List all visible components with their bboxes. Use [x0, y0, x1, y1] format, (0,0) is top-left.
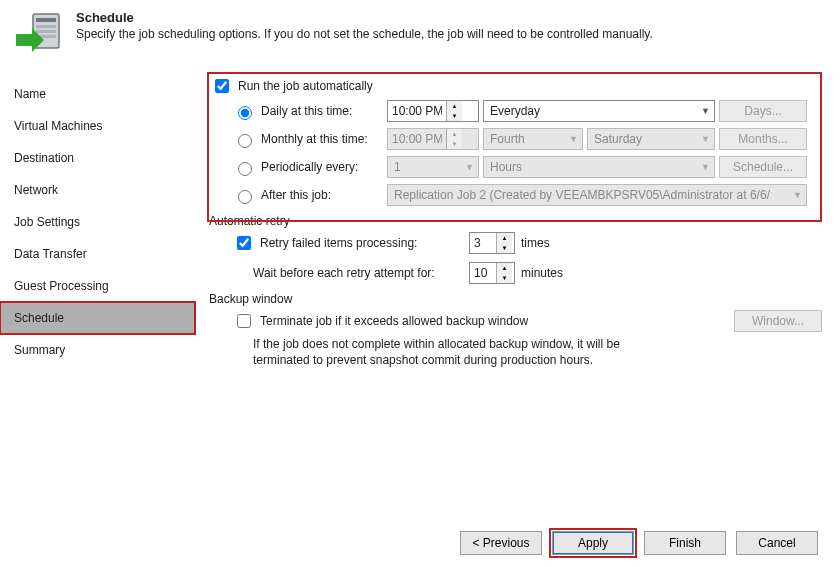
monthly-time-input	[388, 129, 446, 149]
retry-count-input[interactable]	[470, 233, 496, 253]
after-job-value: Replication Job 2 (Created by VEEAMBKPSR…	[394, 188, 770, 202]
sidebar-item-job-settings[interactable]: Job Settings	[0, 206, 195, 238]
window-button: Window...	[734, 310, 822, 332]
sidebar-item-destination[interactable]: Destination	[0, 142, 195, 174]
months-button: Months...	[719, 128, 807, 150]
spinner-up-icon: ▲	[447, 129, 462, 139]
monthly-dow-dropdown: Saturday ▼	[587, 128, 715, 150]
days-button[interactable]: Days...	[719, 100, 807, 122]
after-label: After this job:	[261, 188, 331, 202]
minutes-label: minutes	[521, 266, 822, 280]
window-section-label: Backup window	[209, 292, 822, 306]
monthly-dow-value: Saturday	[594, 132, 642, 146]
run-auto-label: Run the job automatically	[238, 79, 373, 93]
schedule-icon	[14, 10, 62, 58]
monthly-time-spinner: ▲ ▼	[387, 128, 479, 150]
terminate-checkbox[interactable]	[237, 314, 251, 328]
schedule-button: Schedule...	[719, 156, 807, 178]
daily-day-value: Everyday	[490, 104, 540, 118]
svg-rect-2	[36, 25, 56, 28]
retry-count-spinner[interactable]: ▲ ▼	[469, 232, 515, 254]
page-title: Schedule	[76, 10, 653, 25]
sidebar-item-schedule[interactable]: Schedule	[0, 302, 195, 334]
retry-label: Retry failed items processing:	[260, 236, 417, 250]
daily-day-dropdown[interactable]: Everyday ▼	[483, 100, 715, 122]
wait-min-spinner[interactable]: ▲ ▼	[469, 262, 515, 284]
retry-checkbox[interactable]	[237, 236, 251, 250]
sidebar-item-network[interactable]: Network	[0, 174, 195, 206]
periodic-value: 1	[394, 160, 401, 174]
spinner-down-icon[interactable]: ▼	[447, 111, 462, 121]
wizard-header: Schedule Specify the job scheduling opti…	[0, 0, 840, 64]
radio-periodic[interactable]	[238, 162, 252, 176]
sidebar-item-name[interactable]: Name	[0, 78, 195, 110]
chevron-down-icon: ▼	[701, 162, 710, 172]
page-subtitle: Specify the job scheduling options. If y…	[76, 27, 653, 41]
wait-min-input[interactable]	[470, 263, 496, 283]
sidebar-item-virtual-machines[interactable]: Virtual Machines	[0, 110, 195, 142]
chevron-down-icon: ▼	[701, 134, 710, 144]
daily-time-spinner[interactable]: ▲ ▼	[387, 100, 479, 122]
daily-label: Daily at this time:	[261, 104, 352, 118]
wizard-footer: < Previous Apply Finish Cancel	[460, 531, 818, 555]
radio-after-job[interactable]	[238, 190, 252, 204]
spinner-down-icon: ▼	[447, 139, 462, 149]
apply-button[interactable]: Apply	[552, 531, 634, 555]
after-job-dropdown: Replication Job 2 (Created by VEEAMBKPSR…	[387, 184, 807, 206]
finish-button[interactable]: Finish	[644, 531, 726, 555]
spinner-up-icon[interactable]: ▲	[497, 233, 512, 243]
wizard-sidebar: Name Virtual Machines Destination Networ…	[0, 64, 195, 504]
monthly-label: Monthly at this time:	[261, 132, 368, 146]
window-note: If the job does not complete within allo…	[209, 332, 679, 368]
periodic-value-dropdown: 1 ▼	[387, 156, 479, 178]
times-label: times	[521, 236, 822, 250]
svg-rect-3	[36, 30, 56, 33]
sidebar-item-summary[interactable]: Summary	[0, 334, 195, 366]
spinner-down-icon[interactable]: ▼	[497, 243, 512, 253]
chevron-down-icon: ▼	[701, 106, 710, 116]
retry-section-label: Automatic retry	[209, 214, 822, 228]
chevron-down-icon: ▼	[569, 134, 578, 144]
previous-button[interactable]: < Previous	[460, 531, 542, 555]
spinner-up-icon[interactable]: ▲	[447, 101, 462, 111]
spinner-up-icon[interactable]: ▲	[497, 263, 512, 273]
monthly-ord-value: Fourth	[490, 132, 525, 146]
periodic-label: Periodically every:	[261, 160, 358, 174]
svg-rect-1	[36, 18, 56, 22]
periodic-unit: Hours	[490, 160, 522, 174]
periodic-unit-dropdown: Hours ▼	[483, 156, 715, 178]
terminate-label: Terminate job if it exceeds allowed back…	[260, 314, 528, 328]
radio-daily[interactable]	[238, 106, 252, 120]
run-auto-checkbox[interactable]	[215, 79, 229, 93]
cancel-button[interactable]: Cancel	[736, 531, 818, 555]
spinner-down-icon[interactable]: ▼	[497, 273, 512, 283]
chevron-down-icon: ▼	[793, 190, 802, 200]
chevron-down-icon: ▼	[465, 162, 474, 172]
radio-monthly[interactable]	[238, 134, 252, 148]
monthly-ord-dropdown: Fourth ▼	[483, 128, 583, 150]
wait-label: Wait before each retry attempt for:	[233, 266, 463, 280]
daily-time-input[interactable]	[388, 101, 446, 121]
sidebar-item-guest-processing[interactable]: Guest Processing	[0, 270, 195, 302]
content-panel: Run the job automatically Daily at this …	[195, 64, 840, 504]
sidebar-item-data-transfer[interactable]: Data Transfer	[0, 238, 195, 270]
